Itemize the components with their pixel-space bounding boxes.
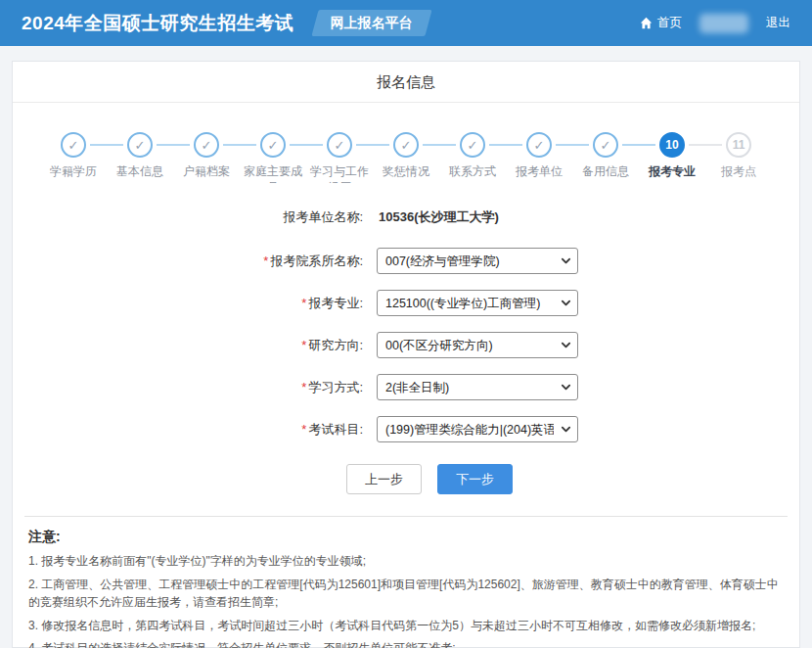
note-item-2: 2. 工商管理、公共管理、工程管理硕士中的工程管理[代码为125601]和项目管…: [28, 576, 784, 612]
step-check-icon: ✓: [526, 132, 552, 158]
research-direction-select[interactable]: 00(不区分研究方向): [377, 332, 578, 358]
note-item-3: 3. 修改报名信息时，第四考试科目，考试时间超过三小时（考试科目代码第一位为5）…: [28, 617, 784, 635]
username-redacted: [699, 14, 748, 33]
research-direction-row: *研究方向: 00(不区分研究方向): [13, 332, 799, 358]
step-label: 备用信息: [573, 163, 638, 179]
step-label: 报考点: [706, 163, 771, 179]
note-item-1: 1. 报考专业名称前面有"(专业学位)"字样的为专业学位的专业领域;: [28, 552, 784, 571]
exam-subjects-row: *考试科目: (199)管理类综合能力|(204)英语（二）|(-...: [13, 416, 799, 442]
required-mark: *: [263, 254, 268, 268]
research-direction-select-wrap: 00(不区分研究方向): [377, 332, 578, 358]
next-step-button[interactable]: 下一步: [437, 464, 513, 494]
step-8-target-unit: ✓ 报考单位: [506, 132, 572, 183]
topbar-right: 首页 退出: [640, 14, 790, 33]
step-4-family-members: ✓ 家庭主要成员: [240, 132, 306, 183]
step-1-school-record: ✓ 学籍学历: [40, 132, 107, 183]
unit-name-label: 报考单位名称:: [13, 208, 363, 226]
page-title: 报名信息: [13, 62, 799, 103]
note-item-4: 4. 考试科目的选择请结合实际情况，符合招生单位要求，否则招生单位可能不准考;: [28, 639, 784, 648]
study-mode-label: *学习方式:: [13, 379, 363, 396]
step-check-icon: ✓: [61, 132, 86, 158]
step-label: 报考单位: [507, 163, 571, 179]
step-label: 基本信息: [108, 163, 172, 179]
major-form: 报考单位名称: 10536(长沙理工大学) *报考院系所名称: 007(经济与管…: [13, 208, 799, 494]
department-label: *报考院系所名称:: [13, 253, 363, 270]
unit-name-value: 10536(长沙理工大学): [379, 208, 499, 226]
home-link[interactable]: 首页: [640, 15, 682, 31]
department-select-wrap: 007(经济与管理学院): [377, 248, 578, 274]
department-select[interactable]: 007(经济与管理学院): [377, 248, 578, 274]
step-10-target-major: 10 报考专业: [639, 132, 705, 183]
major-label: *报考专业:: [13, 295, 363, 312]
step-number: 10: [659, 132, 685, 158]
step-6-rewards: ✓ 奖惩情况: [373, 132, 439, 183]
major-select[interactable]: 125100((专业学位)工商管理): [377, 290, 578, 316]
logout-link[interactable]: 退出: [766, 15, 790, 31]
step-check-icon: ✓: [393, 132, 419, 158]
required-mark: *: [301, 296, 306, 310]
step-check-icon: ✓: [127, 132, 153, 158]
major-select-wrap: 125100((专业学位)工商管理): [377, 290, 578, 316]
step-label: 户籍档案: [174, 163, 239, 179]
department-row: *报考院系所名称: 007(经济与管理学院): [13, 248, 799, 274]
notes-section: 注意: 1. 报考专业名称前面有"(专业学位)"字样的为专业学位的专业领域; 2…: [13, 517, 799, 648]
step-label: 学籍学历: [41, 163, 106, 179]
exam-subjects-select-wrap: (199)管理类综合能力|(204)英语（二）|(-...: [377, 416, 578, 442]
major-row: *报考专业: 125100((专业学位)工商管理): [13, 290, 799, 316]
step-label: 报考专业: [640, 163, 704, 179]
step-check-icon: ✓: [327, 132, 352, 158]
step-5-study-work: ✓ 学习与工作经历: [306, 132, 373, 183]
study-mode-select[interactable]: 2(非全日制): [377, 374, 578, 400]
exam-subjects-label: *考试科目:: [13, 421, 363, 439]
required-mark: *: [301, 422, 306, 437]
step-11-exam-site: 11 报考点: [705, 132, 772, 183]
form-buttons: 上一步 下一步: [36, 464, 812, 494]
app-header: 2024年全国硕士研究生招生考试 网上报名平台 首页 退出: [0, 0, 812, 46]
step-2-basic-info: ✓ 基本信息: [107, 132, 173, 183]
step-check-icon: ✓: [460, 132, 485, 158]
step-check-icon: ✓: [593, 132, 618, 158]
step-label: 奖惩情况: [374, 163, 438, 179]
step-label: 联系方式: [440, 163, 505, 179]
previous-step-button[interactable]: 上一步: [346, 464, 422, 494]
notes-title: 注意:: [28, 529, 784, 546]
step-number: 11: [726, 132, 751, 158]
step-check-icon: ✓: [194, 132, 219, 158]
unit-name-row: 报考单位名称: 10536(长沙理工大学): [13, 208, 799, 226]
step-3-household: ✓ 户籍档案: [173, 132, 240, 183]
required-mark: *: [301, 380, 306, 394]
step-9-backup-info: ✓ 备用信息: [572, 132, 639, 183]
platform-badge-label: 网上报名平台: [331, 15, 413, 32]
research-direction-label: *研究方向:: [13, 337, 363, 354]
exam-subjects-select[interactable]: (199)管理类综合能力|(204)英语（二）|(-...: [377, 416, 578, 442]
step-label: 家庭主要成员: [241, 163, 305, 183]
app-title: 2024年全国硕士研究生招生考试: [22, 11, 293, 36]
step-check-icon: ✓: [260, 132, 286, 158]
registration-card: 报名信息 ✓ 学籍学历 ✓ 基本信息 ✓ 户籍档案 ✓ 家庭主要成员 ✓ 学习与…: [12, 61, 800, 648]
home-icon: [640, 17, 653, 29]
stepper: ✓ 学籍学历 ✓ 基本信息 ✓ 户籍档案 ✓ 家庭主要成员 ✓ 学习与工作经历 …: [13, 103, 799, 183]
study-mode-select-wrap: 2(非全日制): [377, 374, 578, 400]
step-label: 学习与工作经历: [307, 163, 372, 183]
platform-badge: 网上报名平台: [312, 10, 432, 36]
step-7-contact: ✓ 联系方式: [439, 132, 506, 183]
home-link-label: 首页: [657, 15, 682, 31]
required-mark: *: [301, 338, 306, 352]
study-mode-row: *学习方式: 2(非全日制): [13, 374, 799, 400]
